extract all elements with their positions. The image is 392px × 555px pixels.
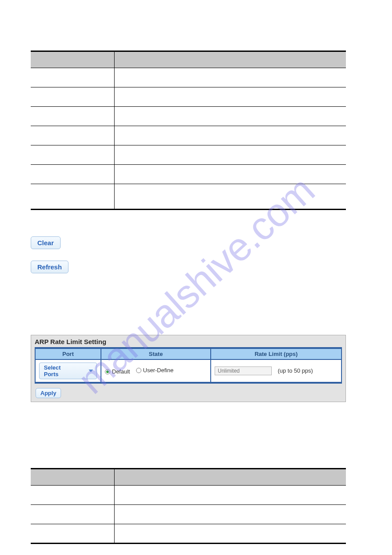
state-default-label: Default xyxy=(112,368,130,375)
table-row xyxy=(31,87,346,107)
table-row: Select Ports Default User-Define xyxy=(35,359,342,383)
chevron-down-icon xyxy=(89,370,93,372)
upper-table xyxy=(31,51,346,210)
select-ports-dropdown[interactable]: Select Ports xyxy=(39,363,97,379)
table-row xyxy=(31,184,346,210)
state-default-radio[interactable]: Default xyxy=(105,368,130,375)
lower-table xyxy=(31,468,346,544)
radio-icon xyxy=(105,369,110,374)
arp-rate-limit-panel: ARP Rate Limit Setting Port State Rate L… xyxy=(31,335,346,402)
table-row xyxy=(31,51,346,68)
rate-limit-note: (up to 50 pps) xyxy=(278,367,313,374)
select-ports-label: Select Ports xyxy=(44,364,76,377)
table-row xyxy=(31,165,346,184)
col-header-rate: Rate Limit (pps) xyxy=(211,348,342,359)
table-row xyxy=(31,68,346,87)
state-userdefine-label: User-Define xyxy=(143,367,173,374)
table-row xyxy=(31,145,346,165)
table-row xyxy=(31,505,346,524)
col-header-port: Port xyxy=(35,348,101,359)
table-row xyxy=(31,524,346,544)
apply-button[interactable]: Apply xyxy=(36,388,61,398)
rate-limit-input[interactable] xyxy=(215,366,272,375)
refresh-button[interactable]: Refresh xyxy=(31,261,68,273)
panel-title: ARP Rate Limit Setting xyxy=(31,335,345,347)
table-row xyxy=(31,486,346,505)
clear-button[interactable]: Clear xyxy=(31,236,61,249)
table-row xyxy=(31,107,346,126)
state-userdefine-radio[interactable]: User-Define xyxy=(136,367,173,374)
arp-rate-limit-table: Port State Rate Limit (pps) Select Ports xyxy=(35,347,342,384)
table-row xyxy=(31,126,346,145)
col-header-state: State xyxy=(101,348,211,359)
table-row xyxy=(31,469,346,486)
radio-icon xyxy=(136,368,141,373)
